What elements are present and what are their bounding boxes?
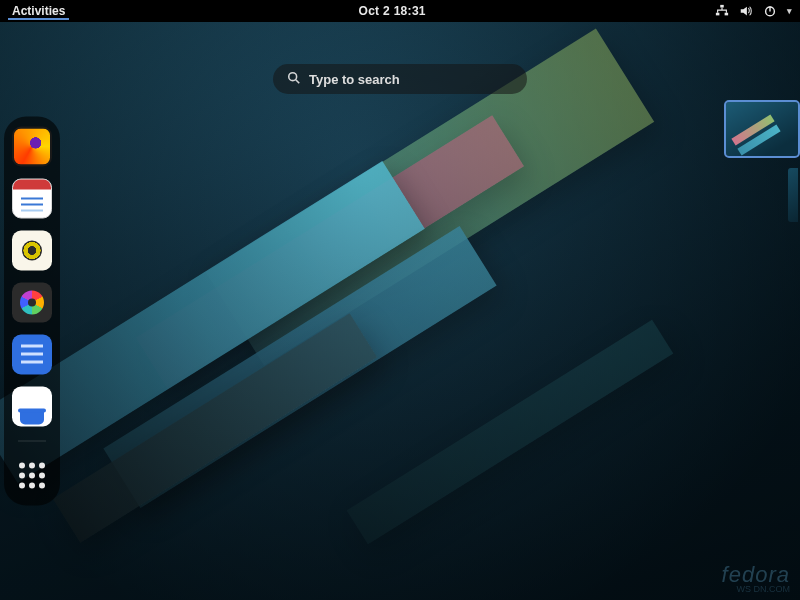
app-rhythmbox[interactable] bbox=[12, 231, 52, 271]
svg-point-5 bbox=[289, 72, 297, 80]
watermark-text: fedora bbox=[722, 562, 790, 587]
clock[interactable]: Oct 2 18:31 bbox=[69, 4, 715, 18]
system-menu[interactable]: ▾ bbox=[715, 4, 792, 18]
dash-separator bbox=[18, 441, 46, 442]
watermark-subtext: WS DN.COM bbox=[722, 584, 790, 594]
workspace-switcher bbox=[726, 102, 798, 222]
workspace-thumbnail-1[interactable] bbox=[726, 102, 798, 156]
search-input[interactable] bbox=[309, 72, 513, 87]
show-applications-button[interactable] bbox=[12, 456, 52, 496]
desktop-overview: fedora WS DN.COM bbox=[0, 22, 800, 600]
app-calendar[interactable] bbox=[12, 179, 52, 219]
top-panel: Activities Oct 2 18:31 ▾ bbox=[0, 0, 800, 22]
wallpaper-decoration bbox=[347, 320, 673, 545]
svg-rect-0 bbox=[720, 5, 724, 8]
app-photos[interactable] bbox=[12, 283, 52, 323]
activities-button[interactable]: Activities bbox=[8, 2, 69, 20]
chevron-down-icon: ▾ bbox=[787, 6, 792, 16]
distro-watermark: fedora WS DN.COM bbox=[722, 562, 790, 594]
svg-rect-1 bbox=[716, 13, 720, 16]
dash bbox=[4, 117, 60, 506]
network-wired-icon bbox=[715, 4, 729, 18]
search-icon bbox=[287, 71, 301, 88]
volume-icon bbox=[739, 4, 753, 18]
svg-line-6 bbox=[296, 79, 300, 83]
app-firefox[interactable] bbox=[12, 127, 52, 167]
app-software[interactable] bbox=[12, 387, 52, 427]
app-todo[interactable] bbox=[12, 335, 52, 375]
workspace-thumbnail-2[interactable] bbox=[788, 168, 798, 222]
overview-search[interactable] bbox=[273, 64, 527, 94]
power-icon bbox=[763, 4, 777, 18]
svg-rect-2 bbox=[725, 13, 729, 16]
